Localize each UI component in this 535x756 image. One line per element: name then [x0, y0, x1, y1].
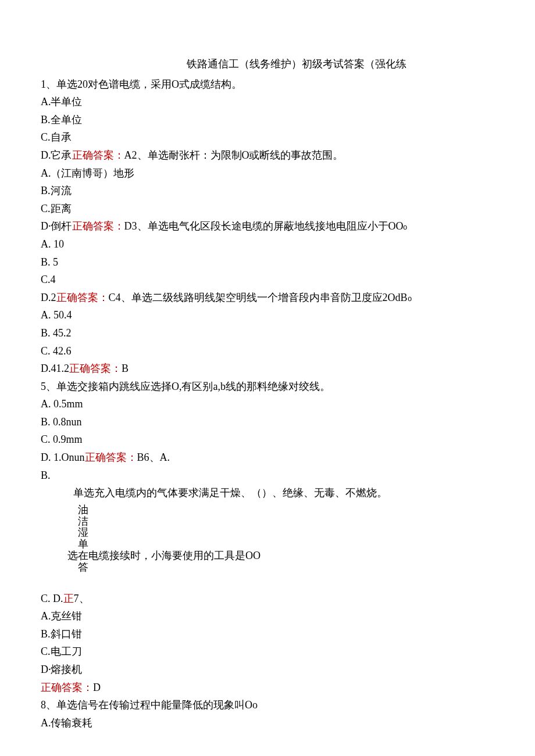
q5-stem: 5、单选交接箱内跳线应选择O,有区别a,b线的那料绝缘对绞线。: [41, 378, 494, 396]
q4-option-b: B. 45.2: [41, 324, 494, 342]
q6-v4-post: 选在电缆接续时，小海要使用的工具是OO: [67, 550, 494, 562]
q4-option-d-answer: D.41.2正确答案：B: [41, 360, 494, 378]
q6-cd-line: C. D.正7、: [41, 590, 494, 608]
spacer: [41, 576, 494, 590]
q6-v3: 湿: [78, 527, 494, 539]
q3-stem: 3、单选电气化区段长途电缆的屏蔽地线接地电阻应小于OO₀: [132, 220, 408, 232]
q3-option-d-q4-stem: D.2正确答案：C4、单选二级线路明线架空明线一个增音段内串音防卫度应2OdB₀: [41, 289, 494, 307]
q5-option-c: C. 0.9mm: [41, 431, 494, 449]
q6-cd-text: C. D.: [41, 593, 63, 604]
q6-stem: 单选充入电缆内的气体要求满足干燥、（）、绝缘、无毒、不燃烧。: [41, 484, 494, 502]
q5-answer-label: 正确答案：: [85, 452, 137, 463]
q6-cd-ans: 正: [63, 593, 74, 604]
q4-option-a: A. 50.4: [41, 306, 494, 324]
q1-option-c: C.自承: [41, 128, 494, 146]
q2-option-a: A.（江南博哥）地形: [41, 164, 494, 182]
q2-option-b: B.河流: [41, 182, 494, 200]
q4-answer-label: 正确答案：: [69, 363, 122, 374]
q3-d-text: D.2: [41, 292, 56, 303]
q2-option-d-q3-stem: D·倒杆正确答案：D3、单选电气化区段长途电缆的屏蔽地线接地电阻应小于OO₀: [41, 217, 494, 235]
q2-answer-label: 正确答案：: [72, 220, 124, 232]
q4-answer-value: B: [122, 363, 129, 374]
q1-d-text: D.它承: [41, 149, 72, 161]
q5-d-text: D. 1.Onun: [41, 452, 85, 463]
q6-v2: 洁: [78, 516, 494, 528]
document-title: 铁路通信工（线务维护）初级考试答案（强化练: [41, 55, 494, 73]
q4-stem: 4、单选二级线路明线架空明线一个增音段内串音防卫度应2OdB₀: [116, 292, 412, 303]
q1-answer-value: A: [124, 149, 132, 161]
q5-option-a: A. 0.5mm: [41, 395, 494, 413]
q8-option-a: A.传输衰耗: [41, 714, 494, 732]
q1-answer-label: 正确答案：: [72, 149, 124, 161]
q7-option-c: C.电工刀: [41, 643, 494, 661]
q6-v5: 答: [78, 562, 494, 574]
q3-option-c: C.4: [41, 271, 494, 289]
q7-option-d: D·熔接机: [41, 661, 494, 679]
q6-vertical-text: 油 洁 湿 单选在电缆接续时，小海要使用的工具是OO 答: [41, 504, 494, 574]
q3-option-a: A. 10: [41, 235, 494, 253]
q1-option-d-q2-stem: D.它承正确答案：A2、单选耐张杆：为限制O或断线的事故范围。: [41, 146, 494, 164]
q1-stem: 1、单选20对色谱电缆，采用O式成缆结构。: [41, 76, 494, 94]
q6-v4-pre: 单: [78, 539, 494, 550]
q6-v1: 油: [78, 504, 494, 516]
q6-tail: 6、A.: [144, 452, 170, 463]
q5-answer-value: B: [137, 452, 144, 463]
q6-b-alone: B.: [41, 467, 494, 485]
q3-option-b: B. 5: [41, 253, 494, 271]
q7-answer: 正确答案：D: [41, 679, 494, 697]
q4-d-text: D.41.2: [41, 363, 69, 374]
q3-answer-label: 正确答案：: [56, 292, 109, 303]
q3-answer-value: C: [109, 292, 116, 303]
q2-d-text: D·倒杆: [41, 220, 72, 232]
q1-option-a: A.半单位: [41, 93, 494, 111]
q7-answer-value: D: [93, 682, 101, 693]
q2-answer-value: D: [124, 220, 132, 232]
q5-option-d-q6-prefix: D. 1.Onun正确答案：B6、A.: [41, 449, 494, 467]
q1-option-b: B.全单位: [41, 111, 494, 129]
q4-option-c: C. 42.6: [41, 342, 494, 360]
q8-stem: 8、单选信号在传输过程中能量降低的现象叫Oo: [41, 696, 494, 714]
q6-cd-tail: 7、: [74, 593, 90, 604]
q6-v4: 单选在电缆接续时，小海要使用的工具是OO: [78, 539, 494, 562]
q2-stem: 2、单选耐张杆：为限制O或断线的事故范围。: [132, 149, 344, 161]
q5-option-b: B. 0.8nun: [41, 413, 494, 431]
q7-option-a: A.克丝钳: [41, 607, 494, 625]
q2-option-c: C.距离: [41, 200, 494, 218]
q7-answer-label: 正确答案：: [41, 682, 93, 693]
q7-option-b: B.斜口钳: [41, 625, 494, 643]
